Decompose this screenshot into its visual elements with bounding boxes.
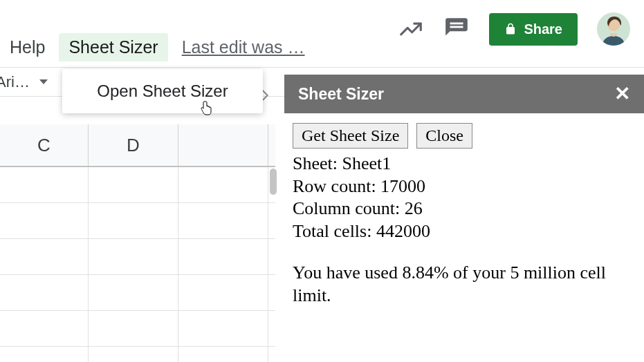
grid-rows <box>0 167 275 362</box>
open-sheet-sizer-item[interactable]: Open Sheet Sizer <box>62 69 263 113</box>
total-cells-line: Total cells: 442000 <box>293 220 636 243</box>
table-row[interactable] <box>0 203 275 239</box>
column-count-line: Column count: 26 <box>293 198 636 220</box>
menu-help[interactable]: Help <box>10 37 45 57</box>
column-headers: C D <box>0 124 275 167</box>
lock-icon <box>504 23 517 35</box>
share-button[interactable]: Share <box>489 13 578 46</box>
menu-bar: Help Sheet Sizer Last edit was … <box>10 33 305 61</box>
table-row[interactable] <box>0 239 275 275</box>
column-header-c[interactable]: C <box>0 124 89 166</box>
font-name: Ari… <box>0 73 30 91</box>
trending-icon[interactable] <box>398 16 424 42</box>
table-row[interactable] <box>0 275 275 311</box>
chevron-down-icon <box>39 79 48 84</box>
sidebar-title: Sheet Sizer <box>298 85 384 104</box>
pointer-cursor-icon <box>199 101 213 119</box>
comment-icon[interactable] <box>443 16 470 42</box>
table-row[interactable] <box>0 167 275 203</box>
table-row[interactable] <box>0 311 275 347</box>
table-row[interactable] <box>0 347 275 362</box>
column-header-d[interactable]: D <box>89 124 178 166</box>
font-selector[interactable]: Ari… <box>0 73 53 91</box>
avatar[interactable] <box>597 12 630 46</box>
menu-sheet-sizer[interactable]: Sheet Sizer <box>59 33 167 61</box>
sheet-name-line: Sheet: Sheet1 <box>293 153 636 175</box>
close-icon[interactable]: ✕ <box>614 84 630 104</box>
scrollbar-thumb[interactable] <box>270 169 277 195</box>
close-button[interactable]: Close <box>416 123 472 149</box>
spreadsheet-grid[interactable]: C D <box>0 124 275 362</box>
svg-rect-1 <box>450 26 463 28</box>
usage-line: You have used 8.84% of your 5 million ce… <box>293 262 636 307</box>
get-sheet-size-button[interactable]: Get Sheet Size <box>293 123 408 149</box>
sheet-sizer-sidebar: Sheet Sizer ✕ Get Sheet Size Close Sheet… <box>284 75 644 362</box>
svg-rect-0 <box>450 23 463 25</box>
column-header-blank[interactable] <box>178 124 268 166</box>
sidebar-body: Get Sheet Size Close Sheet: Sheet1 Row c… <box>284 113 644 316</box>
sidebar-header: Sheet Sizer ✕ <box>284 75 644 113</box>
addon-dropdown: Open Sheet Sizer <box>62 69 263 113</box>
header-actions: Share <box>398 12 630 46</box>
last-edit-link[interactable]: Last edit was … <box>182 37 305 57</box>
app-header: Share Help Sheet Sizer Last edit was … <box>0 0 644 68</box>
share-label: Share <box>524 21 562 37</box>
row-count-line: Row count: 17000 <box>293 175 636 198</box>
